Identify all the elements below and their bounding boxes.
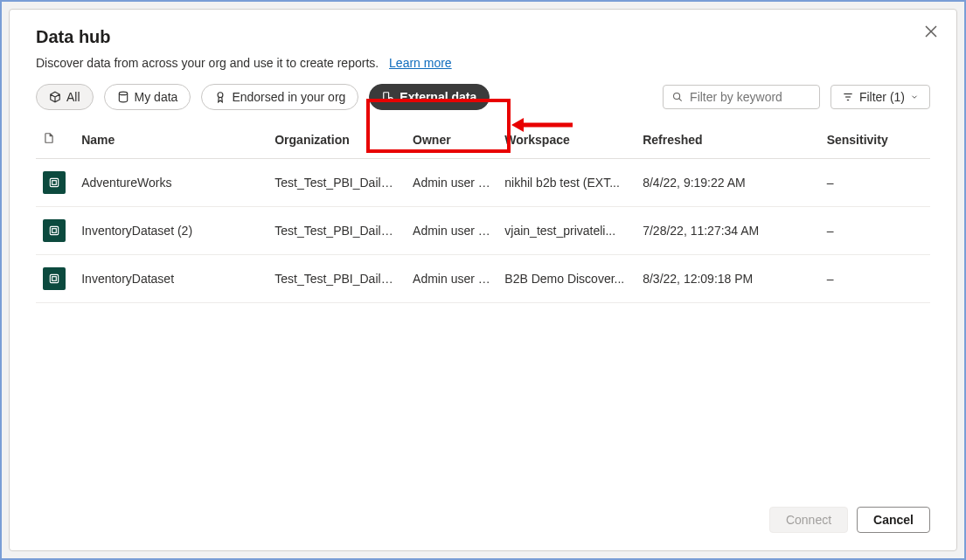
ribbon-icon — [214, 91, 226, 103]
cell-org: Test_Test_PBI_Daily_... — [268, 255, 406, 303]
dataset-icon — [43, 219, 66, 242]
col-workspace[interactable]: Workspace — [497, 121, 636, 159]
svg-point-1 — [218, 93, 223, 98]
search-input-wrapper[interactable] — [663, 85, 820, 109]
col-organization[interactable]: Organization — [268, 121, 406, 159]
dataset-icon — [43, 171, 66, 194]
cell-org: Test_Test_PBI_Daily_... — [268, 159, 406, 207]
svg-rect-9 — [50, 178, 58, 186]
cell-sensitivity: – — [820, 255, 930, 303]
svg-point-4 — [673, 93, 679, 99]
cell-workspace: nikhil b2b test (EXT... — [497, 159, 636, 207]
svg-line-5 — [679, 99, 682, 101]
cell-sensitivity: – — [820, 207, 930, 255]
filter-button-label: Filter (1) — [859, 90, 905, 104]
dataset-icon — [43, 267, 66, 290]
tab-endorsed-label: Endorsed in your org — [232, 90, 345, 104]
tab-external-data[interactable]: External data — [369, 84, 490, 110]
tab-all[interactable]: All — [36, 84, 94, 110]
datasets-table: Name Organization Owner Workspace Refres… — [36, 121, 930, 303]
database-icon — [117, 91, 129, 103]
cell-owner: Admin user (... — [406, 255, 497, 303]
toolbar: All My data Endorsed in your org Externa… — [10, 84, 956, 121]
tab-my-data-label: My data — [135, 90, 178, 104]
cell-workspace: vjain_test_privateli... — [497, 207, 636, 255]
dialog-title: Data hub — [36, 27, 930, 47]
table-row[interactable]: AdventureWorks Test_Test_PBI_Daily_... A… — [36, 159, 930, 207]
close-button[interactable] — [925, 25, 937, 40]
cell-sensitivity: – — [820, 159, 930, 207]
col-owner[interactable]: Owner — [406, 121, 497, 159]
cell-owner: Admin user (... — [406, 207, 497, 255]
tab-external-data-label: External data — [400, 90, 476, 104]
svg-rect-14 — [52, 277, 57, 281]
search-icon — [672, 91, 683, 103]
file-icon — [43, 131, 55, 145]
cell-org: Test_Test_PBI_Daily_... — [268, 207, 406, 255]
search-input[interactable] — [690, 90, 810, 104]
learn-more-link[interactable]: Learn more — [389, 56, 452, 70]
col-sensitivity[interactable]: Sensitivity — [820, 121, 930, 159]
subtitle: Discover data from across your org and u… — [10, 56, 956, 84]
svg-rect-12 — [52, 229, 57, 233]
subtitle-text: Discover data from across your org and u… — [36, 56, 379, 70]
cell-name: InventoryDataset (2) — [74, 207, 268, 255]
external-data-icon — [382, 91, 394, 103]
table-row[interactable]: InventoryDataset Test_Test_PBI_Daily_...… — [36, 255, 930, 303]
cell-owner: Admin user (... — [406, 159, 497, 207]
tab-all-label: All — [66, 90, 80, 104]
svg-rect-10 — [52, 181, 57, 185]
cube-icon — [49, 91, 61, 103]
svg-rect-13 — [50, 274, 58, 282]
tab-endorsed[interactable]: Endorsed in your org — [201, 84, 358, 110]
col-refreshed[interactable]: Refreshed — [636, 121, 819, 159]
cell-workspace: B2B Demo Discover... — [497, 255, 636, 303]
tab-my-data[interactable]: My data — [104, 84, 191, 110]
cell-name: InventoryDataset — [74, 255, 268, 303]
dialog-footer: Connect Cancel — [10, 493, 956, 550]
dialog-header: Data hub — [10, 10, 956, 56]
data-hub-dialog: Data hub Discover data from across your … — [9, 9, 957, 551]
cell-refreshed: 8/3/22, 12:09:18 PM — [636, 255, 819, 303]
col-name[interactable]: Name — [74, 121, 268, 159]
filter-button[interactable]: Filter (1) — [830, 85, 930, 109]
cell-refreshed: 7/28/22, 11:27:34 AM — [636, 207, 819, 255]
filter-icon — [842, 91, 854, 103]
svg-point-0 — [119, 92, 127, 95]
connect-button[interactable]: Connect — [769, 507, 848, 533]
svg-rect-2 — [384, 93, 389, 100]
cell-refreshed: 8/4/22, 9:19:22 AM — [636, 159, 819, 207]
table-row[interactable]: InventoryDataset (2) Test_Test_PBI_Daily… — [36, 207, 930, 255]
close-icon — [925, 25, 937, 38]
cell-name: AdventureWorks — [74, 159, 268, 207]
svg-point-3 — [389, 98, 393, 102]
svg-rect-11 — [50, 226, 58, 234]
cancel-button[interactable]: Cancel — [857, 507, 930, 533]
chevron-down-icon — [910, 93, 919, 101]
